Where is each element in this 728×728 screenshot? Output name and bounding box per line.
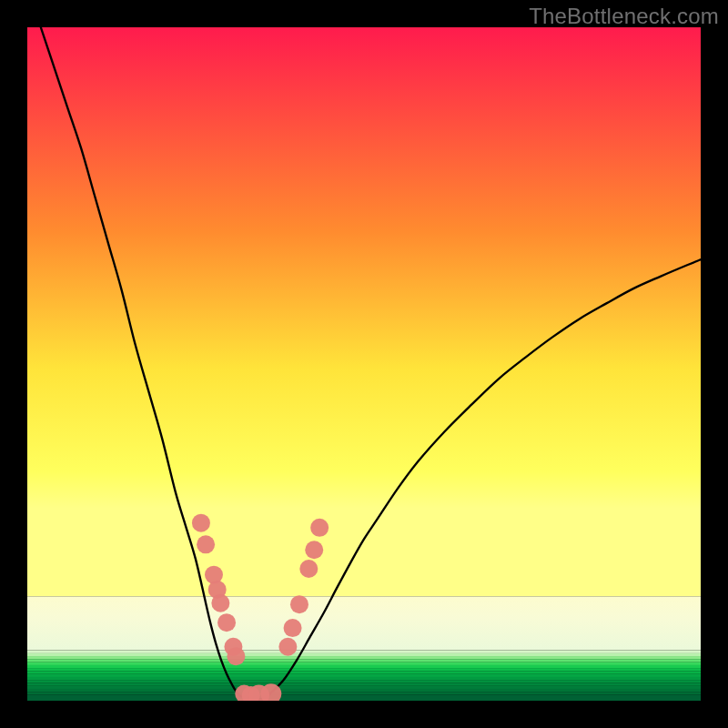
svg-rect-1	[27, 596, 701, 650]
marker-dot	[217, 613, 236, 632]
svg-rect-13	[27, 682, 701, 685]
marker-dot	[310, 519, 329, 537]
marker-dot	[227, 647, 245, 665]
marker-dot	[211, 594, 229, 612]
svg-rect-6	[27, 662, 701, 665]
marker-dot	[299, 560, 318, 578]
svg-rect-7	[27, 665, 701, 668]
svg-rect-0	[27, 27, 701, 596]
svg-rect-3	[27, 653, 701, 656]
watermark-label: TheBottleneck.com	[529, 4, 719, 29]
svg-rect-11	[27, 677, 701, 680]
svg-rect-8	[27, 668, 701, 671]
svg-rect-16	[27, 692, 701, 694]
svg-rect-2	[27, 651, 701, 653]
svg-rect-4	[27, 656, 701, 659]
svg-rect-5	[27, 659, 701, 662]
svg-rect-10	[27, 674, 701, 677]
bottleneck-chart	[27, 27, 701, 701]
svg-rect-15	[27, 689, 701, 692]
marker-dot	[197, 535, 215, 553]
marker-dot	[305, 541, 323, 559]
svg-rect-12	[27, 680, 701, 682]
svg-rect-14	[27, 686, 701, 689]
marker-dot	[192, 514, 210, 532]
svg-rect-17	[27, 694, 701, 701]
marker-dot	[284, 619, 302, 637]
marker-dot	[278, 638, 297, 656]
marker-dot	[290, 595, 308, 613]
svg-rect-9	[27, 671, 701, 673]
